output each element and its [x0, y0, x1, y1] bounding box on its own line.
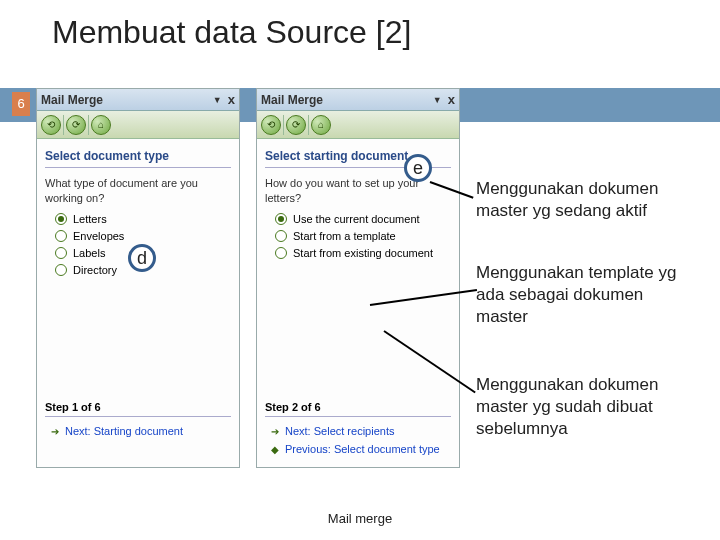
arrow-next-icon: ➔: [271, 426, 279, 437]
option-envelopes[interactable]: Envelopes: [55, 230, 239, 242]
forward-icon[interactable]: ⟳: [66, 115, 86, 135]
pane-title: Mail Merge: [41, 93, 103, 107]
radio-icon: [55, 264, 67, 276]
divider: [45, 167, 231, 168]
slide-number: 6: [12, 92, 30, 116]
close-icon[interactable]: x: [448, 92, 455, 107]
option-label: Directory: [73, 264, 117, 276]
callout-e: e: [404, 154, 432, 182]
link-label: Next: Select recipients: [285, 425, 394, 437]
option-label: Use the current document: [293, 213, 420, 225]
option-template[interactable]: Start from a template: [275, 230, 459, 242]
option-label: Labels: [73, 247, 105, 259]
slide-title: Membuat data Source [2]: [0, 0, 720, 59]
pane-header: Mail Merge ▼ x: [37, 89, 239, 111]
back-icon[interactable]: ⟲: [261, 115, 281, 135]
option-label: Letters: [73, 213, 107, 225]
pane-nav: ⟲ ⟳ ⌂: [257, 111, 459, 139]
radio-icon: [55, 247, 67, 259]
radio-icon: [55, 213, 67, 225]
divider: [45, 416, 231, 417]
radio-icon: [275, 247, 287, 259]
radio-icon: [55, 230, 67, 242]
dropdown-icon[interactable]: ▼: [213, 95, 222, 105]
section-title: Select document type: [45, 149, 231, 163]
close-icon[interactable]: x: [228, 92, 235, 107]
dropdown-icon[interactable]: ▼: [433, 95, 442, 105]
option-current-doc[interactable]: Use the current document: [275, 213, 459, 225]
option-existing-doc[interactable]: Start from existing document: [275, 247, 459, 259]
home-icon[interactable]: ⌂: [311, 115, 331, 135]
forward-icon[interactable]: ⟳: [286, 115, 306, 135]
pane-title: Mail Merge: [261, 93, 323, 107]
step-label: Step 2 of 6: [265, 401, 321, 413]
arrow-next-icon: ➔: [51, 426, 59, 437]
radio-icon: [275, 213, 287, 225]
annotation-1: Menggunakan dokumen master yg sedang akt…: [476, 178, 696, 222]
link-label: Next: Starting document: [65, 425, 183, 437]
annotation-2: Menggunakan template yg ada sebagai doku…: [476, 262, 696, 328]
mailmerge-pane-step1: Mail Merge ▼ x ⟲ ⟳ ⌂ Select document typ…: [36, 88, 240, 468]
next-link[interactable]: ➔Next: Starting document: [51, 425, 231, 437]
option-label: Envelopes: [73, 230, 124, 242]
mailmerge-pane-step2: Mail Merge ▼ x ⟲ ⟳ ⌂ Select starting doc…: [256, 88, 460, 468]
pane-header: Mail Merge ▼ x: [257, 89, 459, 111]
annotation-3: Menggunakan dokumen master yg sudah dibu…: [476, 374, 696, 440]
prompt-text: What type of document are you working on…: [45, 176, 231, 207]
option-letters[interactable]: Letters: [55, 213, 239, 225]
pane-nav: ⟲ ⟳ ⌂: [37, 111, 239, 139]
arrow-prev-icon: ◆: [271, 444, 279, 455]
radio-icon: [275, 230, 287, 242]
option-label: Start from a template: [293, 230, 396, 242]
option-label: Start from existing document: [293, 247, 433, 259]
prev-link[interactable]: ◆Previous: Select document type: [271, 443, 451, 455]
divider: [265, 416, 451, 417]
footer-text: Mail merge: [0, 511, 720, 526]
back-icon[interactable]: ⟲: [41, 115, 61, 135]
next-link[interactable]: ➔Next: Select recipients: [271, 425, 451, 437]
link-label: Previous: Select document type: [285, 443, 440, 455]
home-icon[interactable]: ⌂: [91, 115, 111, 135]
step-label: Step 1 of 6: [45, 401, 101, 413]
callout-d: d: [128, 244, 156, 272]
